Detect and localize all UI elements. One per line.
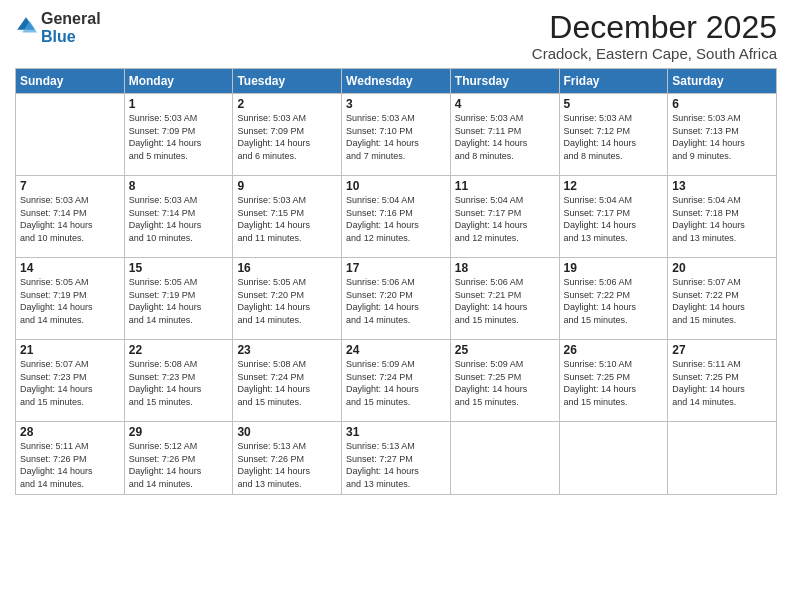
calendar-cell: 26Sunrise: 5:10 AMSunset: 7:25 PMDayligh… [559, 340, 668, 422]
day-number: 3 [346, 97, 446, 111]
calendar-cell: 8Sunrise: 5:03 AMSunset: 7:14 PMDaylight… [124, 176, 233, 258]
cell-info: Sunrise: 5:09 AMSunset: 7:24 PMDaylight:… [346, 358, 446, 408]
calendar-cell [16, 94, 125, 176]
day-number: 11 [455, 179, 555, 193]
day-number: 30 [237, 425, 337, 439]
calendar-row: 14Sunrise: 5:05 AMSunset: 7:19 PMDayligh… [16, 258, 777, 340]
calendar-cell [450, 422, 559, 494]
cell-info: Sunrise: 5:06 AMSunset: 7:20 PMDaylight:… [346, 276, 446, 326]
calendar-cell [668, 422, 777, 494]
calendar: Sunday Monday Tuesday Wednesday Thursday… [15, 68, 777, 494]
title-block: December 2025 Cradock, Eastern Cape, Sou… [532, 10, 777, 62]
calendar-row: 1Sunrise: 5:03 AMSunset: 7:09 PMDaylight… [16, 94, 777, 176]
cell-info: Sunrise: 5:07 AMSunset: 7:23 PMDaylight:… [20, 358, 120, 408]
calendar-cell: 9Sunrise: 5:03 AMSunset: 7:15 PMDaylight… [233, 176, 342, 258]
calendar-cell: 28Sunrise: 5:11 AMSunset: 7:26 PMDayligh… [16, 422, 125, 494]
day-number: 19 [564, 261, 664, 275]
cell-info: Sunrise: 5:03 AMSunset: 7:15 PMDaylight:… [237, 194, 337, 244]
calendar-cell: 30Sunrise: 5:13 AMSunset: 7:26 PMDayligh… [233, 422, 342, 494]
header-saturday: Saturday [668, 69, 777, 94]
weekday-header-row: Sunday Monday Tuesday Wednesday Thursday… [16, 69, 777, 94]
cell-info: Sunrise: 5:04 AMSunset: 7:17 PMDaylight:… [564, 194, 664, 244]
calendar-cell: 20Sunrise: 5:07 AMSunset: 7:22 PMDayligh… [668, 258, 777, 340]
cell-info: Sunrise: 5:05 AMSunset: 7:20 PMDaylight:… [237, 276, 337, 326]
cell-info: Sunrise: 5:04 AMSunset: 7:16 PMDaylight:… [346, 194, 446, 244]
day-number: 29 [129, 425, 229, 439]
day-number: 24 [346, 343, 446, 357]
cell-info: Sunrise: 5:06 AMSunset: 7:22 PMDaylight:… [564, 276, 664, 326]
day-number: 28 [20, 425, 120, 439]
calendar-cell: 12Sunrise: 5:04 AMSunset: 7:17 PMDayligh… [559, 176, 668, 258]
logo-blue: Blue [41, 28, 101, 46]
calendar-cell: 6Sunrise: 5:03 AMSunset: 7:13 PMDaylight… [668, 94, 777, 176]
calendar-cell: 3Sunrise: 5:03 AMSunset: 7:10 PMDaylight… [342, 94, 451, 176]
cell-info: Sunrise: 5:04 AMSunset: 7:17 PMDaylight:… [455, 194, 555, 244]
day-number: 14 [20, 261, 120, 275]
cell-info: Sunrise: 5:03 AMSunset: 7:13 PMDaylight:… [672, 112, 772, 162]
cell-info: Sunrise: 5:05 AMSunset: 7:19 PMDaylight:… [129, 276, 229, 326]
header-friday: Friday [559, 69, 668, 94]
day-number: 1 [129, 97, 229, 111]
cell-info: Sunrise: 5:03 AMSunset: 7:10 PMDaylight:… [346, 112, 446, 162]
calendar-cell: 31Sunrise: 5:13 AMSunset: 7:27 PMDayligh… [342, 422, 451, 494]
cell-info: Sunrise: 5:09 AMSunset: 7:25 PMDaylight:… [455, 358, 555, 408]
calendar-cell: 29Sunrise: 5:12 AMSunset: 7:26 PMDayligh… [124, 422, 233, 494]
header: General Blue December 2025 Cradock, East… [15, 10, 777, 62]
cell-info: Sunrise: 5:12 AMSunset: 7:26 PMDaylight:… [129, 440, 229, 490]
calendar-cell: 25Sunrise: 5:09 AMSunset: 7:25 PMDayligh… [450, 340, 559, 422]
day-number: 20 [672, 261, 772, 275]
cell-info: Sunrise: 5:13 AMSunset: 7:27 PMDaylight:… [346, 440, 446, 490]
cell-info: Sunrise: 5:03 AMSunset: 7:09 PMDaylight:… [129, 112, 229, 162]
logo: General Blue [15, 10, 101, 45]
header-monday: Monday [124, 69, 233, 94]
cell-info: Sunrise: 5:08 AMSunset: 7:24 PMDaylight:… [237, 358, 337, 408]
header-wednesday: Wednesday [342, 69, 451, 94]
cell-info: Sunrise: 5:06 AMSunset: 7:21 PMDaylight:… [455, 276, 555, 326]
calendar-cell: 2Sunrise: 5:03 AMSunset: 7:09 PMDaylight… [233, 94, 342, 176]
cell-info: Sunrise: 5:11 AMSunset: 7:26 PMDaylight:… [20, 440, 120, 490]
calendar-cell: 11Sunrise: 5:04 AMSunset: 7:17 PMDayligh… [450, 176, 559, 258]
day-number: 10 [346, 179, 446, 193]
calendar-cell: 5Sunrise: 5:03 AMSunset: 7:12 PMDaylight… [559, 94, 668, 176]
day-number: 7 [20, 179, 120, 193]
cell-info: Sunrise: 5:04 AMSunset: 7:18 PMDaylight:… [672, 194, 772, 244]
day-number: 27 [672, 343, 772, 357]
calendar-cell: 14Sunrise: 5:05 AMSunset: 7:19 PMDayligh… [16, 258, 125, 340]
page: General Blue December 2025 Cradock, East… [0, 0, 792, 612]
logo-icon [15, 15, 37, 37]
day-number: 25 [455, 343, 555, 357]
cell-info: Sunrise: 5:05 AMSunset: 7:19 PMDaylight:… [20, 276, 120, 326]
main-title: December 2025 [532, 10, 777, 45]
cell-info: Sunrise: 5:13 AMSunset: 7:26 PMDaylight:… [237, 440, 337, 490]
calendar-cell: 7Sunrise: 5:03 AMSunset: 7:14 PMDaylight… [16, 176, 125, 258]
day-number: 13 [672, 179, 772, 193]
calendar-cell: 21Sunrise: 5:07 AMSunset: 7:23 PMDayligh… [16, 340, 125, 422]
calendar-row: 21Sunrise: 5:07 AMSunset: 7:23 PMDayligh… [16, 340, 777, 422]
calendar-cell: 19Sunrise: 5:06 AMSunset: 7:22 PMDayligh… [559, 258, 668, 340]
day-number: 12 [564, 179, 664, 193]
day-number: 2 [237, 97, 337, 111]
calendar-cell: 10Sunrise: 5:04 AMSunset: 7:16 PMDayligh… [342, 176, 451, 258]
header-thursday: Thursday [450, 69, 559, 94]
cell-info: Sunrise: 5:03 AMSunset: 7:12 PMDaylight:… [564, 112, 664, 162]
day-number: 26 [564, 343, 664, 357]
calendar-cell: 18Sunrise: 5:06 AMSunset: 7:21 PMDayligh… [450, 258, 559, 340]
day-number: 5 [564, 97, 664, 111]
day-number: 15 [129, 261, 229, 275]
day-number: 8 [129, 179, 229, 193]
calendar-cell: 4Sunrise: 5:03 AMSunset: 7:11 PMDaylight… [450, 94, 559, 176]
cell-info: Sunrise: 5:11 AMSunset: 7:25 PMDaylight:… [672, 358, 772, 408]
calendar-cell: 24Sunrise: 5:09 AMSunset: 7:24 PMDayligh… [342, 340, 451, 422]
calendar-cell [559, 422, 668, 494]
cell-info: Sunrise: 5:03 AMSunset: 7:11 PMDaylight:… [455, 112, 555, 162]
day-number: 31 [346, 425, 446, 439]
day-number: 23 [237, 343, 337, 357]
cell-info: Sunrise: 5:03 AMSunset: 7:14 PMDaylight:… [20, 194, 120, 244]
calendar-cell: 22Sunrise: 5:08 AMSunset: 7:23 PMDayligh… [124, 340, 233, 422]
calendar-cell: 15Sunrise: 5:05 AMSunset: 7:19 PMDayligh… [124, 258, 233, 340]
calendar-cell: 27Sunrise: 5:11 AMSunset: 7:25 PMDayligh… [668, 340, 777, 422]
day-number: 21 [20, 343, 120, 357]
calendar-cell: 13Sunrise: 5:04 AMSunset: 7:18 PMDayligh… [668, 176, 777, 258]
day-number: 22 [129, 343, 229, 357]
header-tuesday: Tuesday [233, 69, 342, 94]
